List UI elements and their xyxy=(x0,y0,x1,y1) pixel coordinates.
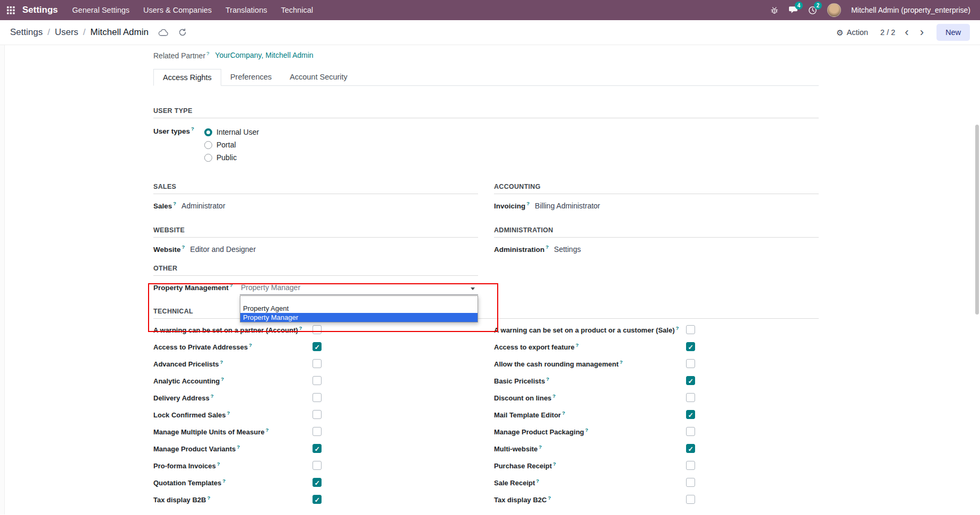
radio-internal-user[interactable] xyxy=(204,128,212,136)
help-icon[interactable]: ? xyxy=(211,393,214,399)
debug-bug-icon[interactable] xyxy=(770,6,779,15)
checkbox-pro-forma-invoices[interactable] xyxy=(313,461,322,470)
checkbox-mail-template-editor[interactable] xyxy=(686,410,695,419)
help-icon[interactable]: ? xyxy=(221,376,224,382)
help-icon[interactable]: ? xyxy=(220,359,223,365)
help-icon[interactable]: ? xyxy=(237,444,240,450)
breadcrumb-mitchell-admin[interactable]: Mitchell Admin xyxy=(90,27,149,38)
radio-label-portal[interactable]: Portal xyxy=(216,141,236,149)
help-icon[interactable]: ? xyxy=(545,244,549,250)
help-icon[interactable]: ? xyxy=(173,200,176,206)
help-icon[interactable]: ? xyxy=(536,478,539,484)
help-icon[interactable]: ? xyxy=(207,495,210,501)
help-icon[interactable]: ? xyxy=(585,427,588,433)
activities-clock-icon[interactable]: 2 xyxy=(808,6,817,15)
breadcrumb-users[interactable]: Users xyxy=(55,27,78,38)
field-value-sales[interactable]: Administrator xyxy=(181,202,225,210)
help-icon[interactable]: ? xyxy=(206,50,209,56)
discard-refresh-icon[interactable] xyxy=(178,28,187,37)
help-icon[interactable]: ? xyxy=(191,126,194,132)
checkbox-access-to-export-feature[interactable] xyxy=(686,342,695,351)
help-icon[interactable]: ? xyxy=(562,410,565,416)
checkbox-advanced-pricelists[interactable] xyxy=(313,359,322,368)
checkbox-access-to-private-addresses[interactable] xyxy=(313,342,322,351)
apps-menu-icon[interactable] xyxy=(0,0,21,20)
field-label-quotation-templates: Quotation Templates? xyxy=(153,479,226,487)
checkbox-purchase-receipt[interactable] xyxy=(686,461,695,470)
property-management-select[interactable]: Property Manager xyxy=(240,282,478,295)
section-divider-user-type xyxy=(153,118,819,118)
help-icon[interactable]: ? xyxy=(299,325,302,331)
help-icon[interactable]: ? xyxy=(576,342,579,348)
checkbox-analytic-accounting[interactable] xyxy=(313,376,322,385)
new-button[interactable]: New xyxy=(936,24,970,41)
top-menu-technical[interactable]: Technical xyxy=(274,0,319,20)
checkbox-basic-pricelists[interactable] xyxy=(686,376,695,385)
user-avatar[interactable] xyxy=(827,3,841,17)
cloud-save-icon[interactable] xyxy=(158,29,169,37)
pager-next-button[interactable]: › xyxy=(918,27,925,38)
checkbox-manage-product-packaging[interactable] xyxy=(686,427,695,436)
checkbox-discount-on-lines[interactable] xyxy=(686,393,695,402)
pager-previous-button[interactable]: ‹ xyxy=(903,27,910,38)
radio-portal[interactable] xyxy=(204,141,212,149)
checkbox-a-warning-can-be-set-on-a-partner-account[interactable] xyxy=(313,325,322,334)
help-icon[interactable]: ? xyxy=(249,342,252,348)
scrollbar-thumb[interactable] xyxy=(975,125,979,315)
checkbox-manage-multiple-units-of-measure[interactable] xyxy=(313,427,322,436)
help-icon[interactable]: ? xyxy=(675,325,679,331)
related-partner-label-text: Related Partner xyxy=(153,51,205,60)
checkbox-tax-display-b2b[interactable] xyxy=(313,495,322,504)
help-icon[interactable]: ? xyxy=(526,200,530,206)
checkbox-a-warning-can-be-set-on-a-product-or-a-customer-sale[interactable] xyxy=(686,325,695,334)
help-icon[interactable]: ? xyxy=(553,461,556,467)
dropdown-option-blank[interactable] xyxy=(240,296,478,304)
checkbox-lock-confirmed-sales[interactable] xyxy=(313,410,322,419)
checkbox-quotation-templates[interactable] xyxy=(313,478,322,487)
help-icon[interactable]: ? xyxy=(546,376,549,382)
messages-chat-icon[interactable]: 4 xyxy=(789,6,798,14)
section-user-type: USER TYPE User types? Internal UserPorta… xyxy=(153,107,819,164)
help-icon[interactable]: ? xyxy=(620,359,623,365)
tab-preferences[interactable]: Preferences xyxy=(221,69,281,86)
related-partner-link[interactable]: YourCompany, Mitchell Admin xyxy=(215,51,313,59)
help-icon[interactable]: ? xyxy=(539,444,542,450)
top-menu-general-settings[interactable]: General Settings xyxy=(65,0,136,20)
help-icon[interactable]: ? xyxy=(230,282,233,288)
breadcrumb-settings[interactable]: Settings xyxy=(10,27,42,38)
help-icon[interactable]: ? xyxy=(265,427,268,433)
checkbox-delivery-address[interactable] xyxy=(313,393,322,402)
help-icon[interactable]: ? xyxy=(552,393,556,399)
radio-label-public[interactable]: Public xyxy=(216,153,237,162)
help-icon[interactable]: ? xyxy=(222,478,226,484)
top-menu-users-companies[interactable]: Users & Companies xyxy=(136,0,219,20)
top-menu-translations[interactable]: Translations xyxy=(219,0,274,20)
breadcrumb-separator: / xyxy=(83,27,86,38)
checkbox-sale-receipt[interactable] xyxy=(686,478,695,487)
field-value-website[interactable]: Editor and Designer xyxy=(190,245,256,254)
tab-access-rights[interactable]: Access Rights xyxy=(153,69,221,86)
tab-account-security[interactable]: Account Security xyxy=(281,69,357,86)
action-menu[interactable]: ⚙ Action xyxy=(836,28,868,37)
field-value-administration[interactable]: Settings xyxy=(554,245,581,254)
section-other: OTHER Property Management? Property Mana… xyxy=(153,265,478,295)
field-row-website: Website?Editor and Designer xyxy=(153,244,478,255)
dropdown-option-property-agent[interactable]: Property Agent xyxy=(240,304,478,313)
field-mail-template-editor: Mail Template Editor? xyxy=(494,410,819,427)
checkbox-tax-display-b2c[interactable] xyxy=(686,495,695,504)
property-management-select-value: Property Manager xyxy=(241,283,300,292)
help-icon[interactable]: ? xyxy=(182,244,185,250)
user-menu[interactable]: Mitchell Admin (property_enterprise) xyxy=(851,6,970,14)
checkbox-manage-product-variants[interactable] xyxy=(313,444,322,453)
field-value-invoicing[interactable]: Billing Administrator xyxy=(535,202,600,210)
checkbox-multi-website[interactable] xyxy=(686,444,695,453)
help-icon[interactable]: ? xyxy=(548,495,551,501)
app-name[interactable]: Settings xyxy=(22,5,58,15)
field-label-basic-pricelists: Basic Pricelists? xyxy=(494,377,549,385)
help-icon[interactable]: ? xyxy=(217,461,220,467)
dropdown-option-property-manager[interactable]: Property Manager xyxy=(240,313,478,322)
help-icon[interactable]: ? xyxy=(227,410,230,416)
checkbox-allow-the-cash-rounding-management[interactable] xyxy=(686,359,695,368)
radio-label-internal-user[interactable]: Internal User xyxy=(216,128,259,136)
radio-public[interactable] xyxy=(204,154,212,162)
